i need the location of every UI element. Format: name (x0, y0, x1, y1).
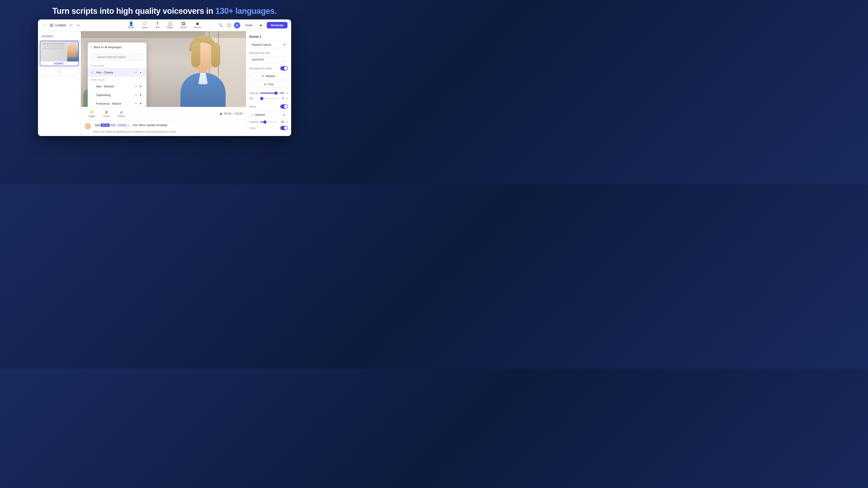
opacity-slider-thumb[interactable] (274, 92, 278, 95)
voice-name-captivating: Captivating (96, 93, 133, 97)
loop-label: Loop (249, 127, 255, 130)
music-row: Music (249, 104, 288, 109)
script-avatar-name: Ada (95, 124, 100, 127)
color-swatch (282, 58, 285, 61)
voice-item-alex[interactable]: ✓ Alex - Melodic ✦ ▶ (88, 82, 147, 91)
divider-2 (249, 102, 288, 103)
scene-title: Scene 1 (249, 35, 288, 38)
bg-color-field[interactable]: #FFFFFF (249, 56, 288, 63)
hero-text-before: Turn scripts into high quality voiceover… (53, 6, 215, 15)
pause-button[interactable]: ⏸ Pause (100, 108, 113, 119)
text-icon: T (156, 22, 158, 26)
in-this-video-label: In this video (88, 63, 147, 68)
voice-dropdown: ‹ Back to all languages 🔍 In this video … (88, 42, 147, 107)
tool-shape[interactable]: ⬜ Shape (164, 20, 177, 30)
avatar-icon: 👤 (129, 22, 133, 26)
tool-space[interactable]: ⬡ Space (138, 20, 151, 30)
diction-label: Diction (118, 115, 125, 118)
back-to-languages-label: Back to all languages (94, 45, 122, 49)
bg-media-toggle[interactable] (280, 66, 288, 70)
tool-text-label: Text (155, 26, 159, 29)
time-total: 00:09 (235, 112, 242, 115)
back-arrow-icon: ‹ (91, 45, 92, 49)
menu-icon (50, 24, 53, 27)
opacity-unit: % (286, 92, 288, 94)
voice-play-captivating[interactable]: ▶ (138, 92, 143, 97)
shape-icon: ⬜ (167, 22, 173, 26)
voice-play-ada[interactable]: ▶ (138, 70, 143, 75)
volume-slider-track[interactable] (260, 122, 278, 123)
volume-unit: % (286, 121, 288, 123)
right-panel: Scene 1 Replace layout ∨ Background colo… (246, 31, 291, 136)
time-play-icon: ▶ (220, 112, 223, 116)
invite-button[interactable]: Invite (242, 22, 256, 29)
video-bottom-bar: ⚡ Trigger ⏸ Pause æ Diction ▶ 00:00 / 00… (81, 107, 246, 120)
title-bar-right: 🔍 📋 A Invite ▶ Generate (206, 22, 287, 29)
video-canvas: with e ‹ Back to all languages 🔍 (81, 31, 246, 107)
undo-redo-group: ↩ ↪ (68, 22, 81, 29)
blur-slider-track[interactable] (260, 98, 278, 99)
music-track-dropdown[interactable]: ♪ Upward ∨ (249, 111, 288, 118)
voice-play-francesca[interactable]: ▶ (138, 101, 143, 106)
voice-search-input[interactable] (90, 54, 144, 61)
volume-value: 18 (279, 121, 284, 124)
document-title: Untitled (55, 24, 66, 27)
opacity-label: Opacity (249, 92, 258, 95)
preview-play-button[interactable]: ▶ (258, 22, 265, 29)
script-line2: Start your video by greeting your audien… (85, 130, 242, 133)
opacity-slider-track[interactable] (260, 93, 278, 94)
replace-layout-chevron-icon: ∨ (283, 43, 285, 46)
time-current: 00:00 (224, 112, 231, 115)
voice-item-captivating[interactable]: ✓ Captivating ✦ ▶ (88, 91, 147, 99)
bg-media-more-button[interactable]: ··· (275, 66, 278, 70)
script-voice-selector[interactable]: Ada EN-US Ada - Cheery ∧ (93, 123, 131, 127)
undo-button[interactable]: ↩ (68, 22, 74, 29)
time-separator: / (233, 112, 234, 115)
voice-name-francesca: Francesca - Mature (96, 102, 133, 105)
record-icon: ⏺ (195, 22, 199, 26)
volume-slider-fill (260, 122, 264, 123)
tool-text[interactable]: T Text (152, 21, 162, 30)
tool-media[interactable]: 🖼 Media (177, 20, 190, 30)
script-text-main: this office update template. (133, 123, 168, 127)
app-window: ‹ Untitled ↩ ↪ 👤 Avatar ⬡ Space T Text (38, 20, 291, 136)
add-scene-icon: + (58, 70, 61, 75)
script-area: Ada EN-US Ada - Cheery ∧ this office upd… (81, 120, 246, 136)
script-row: Ada EN-US Ada - Cheery ∧ this office upd… (85, 123, 242, 129)
tool-shape-label: Shape (167, 26, 174, 29)
bg-color-label: Background color (249, 51, 288, 55)
voice-item-francesca[interactable]: ✓ Francesca - Mature ✦ ▶ (88, 99, 147, 107)
scenes-label: Scenes (40, 34, 79, 39)
notes-button[interactable]: 📋 (226, 22, 232, 29)
redo-button[interactable]: ↪ (75, 22, 81, 29)
crop-button[interactable]: ⊡ Crop (249, 81, 288, 88)
voice-item-ada-cheery[interactable]: ✓ Ada - Cheery ✦ ▶ (88, 68, 147, 76)
tool-record[interactable]: ⏺ Record (191, 20, 204, 30)
voice-sparkle-alex: ✦ (135, 85, 137, 88)
music-dropdown-chevron-icon: ∨ (283, 113, 285, 116)
loop-toggle[interactable] (280, 126, 288, 130)
replace-button[interactable]: ↻ Replace (249, 73, 288, 79)
back-to-languages-btn[interactable]: ‹ Back to all languages (88, 42, 147, 52)
opacity-row: Opacity 100 % (249, 92, 288, 95)
scene-1-thumbnail[interactable]: SCENE 1 (40, 41, 79, 66)
volume-label: Volume (249, 121, 258, 124)
tool-space-label: Space (142, 26, 148, 29)
replace-layout-dropdown[interactable]: Replace layout ∨ (249, 41, 288, 48)
volume-slider-thumb[interactable] (264, 121, 267, 124)
loop-row: Loop (249, 126, 288, 130)
generate-button[interactable]: Generate (267, 22, 287, 29)
user-avatar[interactable]: A (234, 22, 240, 29)
search-button[interactable]: 🔍 (218, 22, 224, 29)
replace-layout-label: Replace layout (252, 43, 271, 46)
music-toggle[interactable] (280, 104, 288, 109)
add-scene-button[interactable]: + (40, 68, 79, 76)
blur-slider-thumb[interactable] (260, 97, 264, 100)
voice-play-alex[interactable]: ▶ (138, 84, 143, 89)
script-text: this office update template. (133, 123, 242, 127)
back-button[interactable]: ‹ (41, 22, 48, 29)
tool-avatar[interactable]: 👤 Avatar (125, 20, 138, 30)
trigger-button[interactable]: ⚡ Trigger (85, 108, 99, 119)
diction-button[interactable]: æ Diction (114, 108, 129, 119)
scene-1-label: SCENE 1 (40, 61, 79, 66)
